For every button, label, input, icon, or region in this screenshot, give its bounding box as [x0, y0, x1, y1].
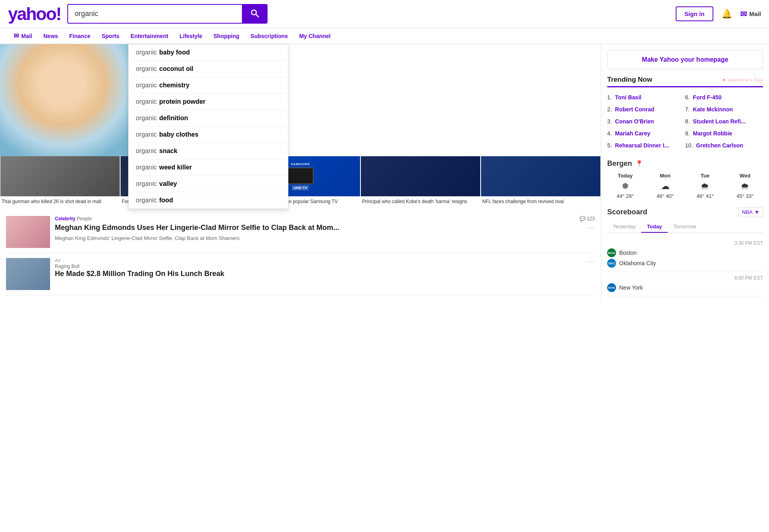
league-label: NBA	[742, 209, 753, 215]
autocomplete-dropdown: organic baby food organic coconut oil or…	[128, 44, 288, 209]
autocomplete-item-0[interactable]: organic baby food	[129, 44, 288, 61]
heart-icon: ♥	[723, 77, 726, 83]
autocomplete-item-4[interactable]: organic definition	[129, 110, 288, 127]
autocomplete-prefix-6: organic	[136, 147, 157, 155]
autocomplete-prefix-8: organic	[136, 180, 157, 187]
trending-item-2[interactable]: 2. Robert Conrad	[607, 103, 685, 115]
nav-finance[interactable]: Finance	[64, 29, 96, 43]
weather-days: Today ❅ 44° 28° Mon ☁ 46° 40° Tue 🌧 46° …	[607, 173, 763, 199]
autocomplete-item-9[interactable]: organic food	[129, 192, 288, 209]
trending-name-6: Ford F-450	[693, 94, 722, 101]
nav-mychannel[interactable]: My Channel	[294, 29, 336, 43]
autocomplete-item-5[interactable]: organic baby clothes	[129, 127, 288, 143]
nav-shopping[interactable]: Shopping	[208, 29, 245, 43]
nav-news[interactable]: News	[38, 29, 64, 43]
notifications-button[interactable]: 🔔	[721, 9, 732, 19]
trending-item-4[interactable]: 4. Mariah Carey	[607, 127, 685, 139]
autocomplete-suffix-8: valley	[159, 180, 177, 187]
nav-lifestyle[interactable]: Lifestyle	[174, 29, 208, 43]
article-meta-ad: Ad Raging Bull He Made $2.8 Million Trad…	[55, 258, 582, 281]
weather-today: Today ❅ 44° 28°	[607, 173, 643, 199]
main-content: n trouble ket s gifting the eneres's of …	[0, 44, 601, 302]
trending-name-3: Conan O'Brien	[615, 118, 654, 125]
nav-subscriptions[interactable]: Subscriptions	[245, 29, 294, 43]
autocomplete-item-8[interactable]: organic valley	[129, 176, 288, 192]
thumb-thai[interactable]: Thai gunman who killed 26 is shot dead i…	[0, 156, 120, 207]
navigation: ✉ Mail News Finance Sports Entertainment…	[0, 28, 769, 44]
weather-icon-0: ❅	[607, 181, 643, 191]
article-thumb-celebrity[interactable]	[6, 216, 50, 248]
mail-button[interactable]: ✉ Mail	[740, 9, 761, 19]
autocomplete-prefix-4: organic	[136, 115, 157, 122]
trending-tag[interactable]: ♥ Valentine's Day	[723, 77, 763, 83]
thumb-kobe[interactable]: Principal who called Kobe's death 'karma…	[360, 156, 481, 207]
search-input[interactable]	[67, 4, 242, 24]
trending-num-4: 4.	[607, 130, 612, 137]
yahoo-logo[interactable]: yahoo!	[8, 5, 61, 23]
bell-icon: 🔔	[721, 9, 732, 19]
trending-item-10[interactable]: 10. Gretchen Carlson	[685, 139, 763, 151]
tab-tomorrow[interactable]: Tomorrow	[668, 221, 702, 233]
autocomplete-prefix-9: organic	[136, 197, 157, 204]
search-icon	[250, 8, 260, 18]
league-selector[interactable]: NBA ▼	[738, 207, 763, 217]
nav-entertainment[interactable]: Entertainment	[125, 29, 174, 43]
autocomplete-suffix-9: food	[159, 197, 173, 204]
left-column: n trouble ket s gifting the eneres's of …	[0, 44, 601, 299]
search-button[interactable]	[242, 4, 268, 24]
main-layout: n trouble ket s gifting the eneres's of …	[0, 44, 769, 302]
trending-item-9[interactable]: 9. Margot Robbie	[685, 127, 763, 139]
autocomplete-item-2[interactable]: organic chemistry	[129, 77, 288, 94]
trending-name-9: Margot Robbie	[693, 130, 732, 137]
autocomplete-item-3[interactable]: organic protein powder	[129, 94, 288, 110]
trending-num-10: 10.	[685, 142, 693, 149]
trending-item-8[interactable]: 8. Student Loan Refi...	[685, 115, 763, 127]
header: yahoo! Sign in 🔔 ✉ Mail	[0, 0, 769, 28]
trending-name-5: Rehearsal Dinner I...	[615, 142, 669, 149]
comment-number: 123	[587, 216, 595, 222]
trending-name-4: Mariah Carey	[615, 130, 650, 137]
trending-name-1: Toni Basil	[615, 94, 642, 101]
hero-image[interactable]	[0, 44, 138, 156]
sign-in-button[interactable]: Sign in	[676, 6, 713, 21]
more-options-button[interactable]: ···	[587, 224, 595, 231]
nav-mail[interactable]: ✉ Mail	[8, 28, 38, 44]
autocomplete-item-6[interactable]: organic snack	[129, 143, 288, 159]
autocomplete-item-1[interactable]: organic coconut oil	[129, 61, 288, 77]
more-options-button-ad[interactable]: ···	[587, 258, 595, 265]
weather-header: Bergen 📍	[607, 159, 763, 168]
autocomplete-item-7[interactable]: organic weed killer	[129, 159, 288, 176]
trending-num-3: 3.	[607, 118, 612, 125]
article-title-celebrity[interactable]: Meghan King Edmonds Uses Her Lingerie-Cl…	[55, 223, 575, 232]
trending-name-7: Kate Mckinnon	[693, 106, 733, 113]
team-newyork: NYK New York	[607, 282, 763, 293]
autocomplete-suffix-6: snack	[159, 147, 177, 155]
thumb-nfl[interactable]: NFL faces challenge from revived rival	[481, 156, 601, 207]
article-title-ad[interactable]: He Made $2.8 Million Trading On His Lunc…	[55, 269, 582, 278]
hero-section: n trouble ket s gifting the eneres's of …	[0, 44, 601, 299]
autocomplete-suffix-2: chemistry	[159, 82, 189, 89]
header-right: Sign in 🔔 ✉ Mail	[676, 6, 761, 21]
comment-count[interactable]: 💬 123	[580, 216, 595, 222]
celtics-logo: BOS	[607, 248, 616, 257]
game-time-0: 3:30 PM EST	[607, 240, 763, 246]
tab-today[interactable]: Today	[641, 221, 667, 233]
tab-yesterday[interactable]: Yesterday	[607, 221, 641, 233]
autocomplete-suffix-0: baby food	[159, 49, 189, 56]
trending-item-1[interactable]: 1. Toni Basil	[607, 91, 685, 103]
article-thumb-ad[interactable]	[6, 258, 50, 290]
trending-num-2: 2.	[607, 106, 612, 113]
game-time-1: 6:00 PM EST	[607, 275, 763, 281]
trending-item-3[interactable]: 3. Conan O'Brien	[607, 115, 685, 127]
nav-sports[interactable]: Sports	[96, 29, 125, 43]
autocomplete-suffix-4: definition	[159, 115, 188, 122]
nav-mail-label: Mail	[21, 33, 32, 39]
trending-grid: 1. Toni Basil 6. Ford F-450 2. Robert Co…	[607, 91, 763, 151]
homepage-button[interactable]: Make Yahoo your homepage	[607, 50, 763, 69]
hero-photo	[0, 44, 138, 156]
trending-item-7[interactable]: 7. Kate Mckinnon	[685, 103, 763, 115]
trending-item-6[interactable]: 6. Ford F-450	[685, 91, 763, 103]
trending-item-5[interactable]: 5. Rehearsal Dinner I...	[607, 139, 685, 151]
weather-day-label-0: Today	[607, 173, 643, 179]
autocomplete-suffix-5: baby clothes	[159, 131, 198, 138]
